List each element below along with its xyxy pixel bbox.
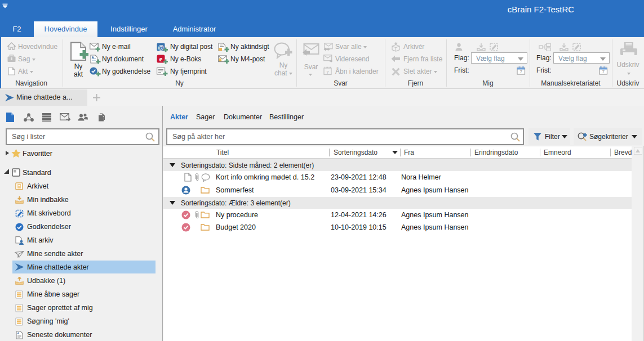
svg-text:7: 7 [520,69,523,74]
svg-text:7: 7 [602,69,605,74]
svg-text:7: 7 [326,70,329,75]
svg-text:e: e [159,55,163,63]
svg-text:@: @ [158,44,164,51]
